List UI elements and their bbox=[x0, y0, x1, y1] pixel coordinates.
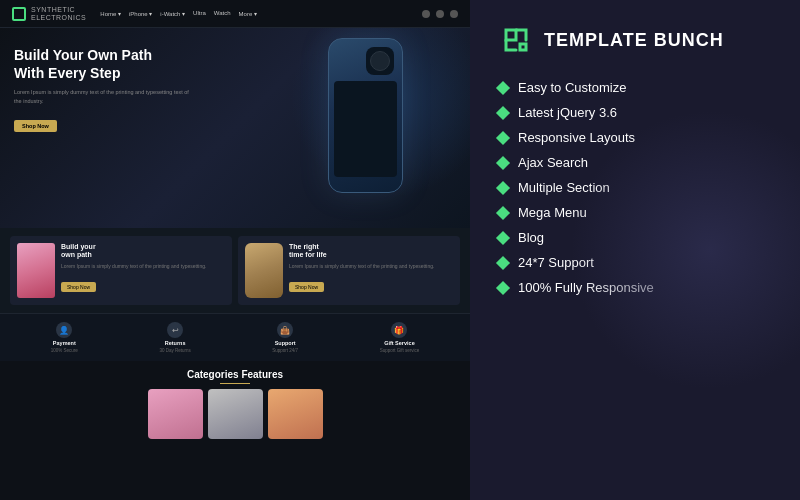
preview-navbar: SYNTHETIC ELECTRONICS Home ▾ iPhone ▾ i-… bbox=[0, 0, 470, 28]
product-phone-desc: Lorem Ipsum is simply dummy text of the … bbox=[61, 263, 225, 271]
product-card-phone: Build yourown path Lorem Ipsum is simply… bbox=[10, 236, 232, 305]
feature-returns-label: Returns bbox=[165, 340, 186, 346]
feature-list-item: Responsive Layouts bbox=[498, 130, 772, 145]
hero-text: Build Your Own PathWith Every Step Lorem… bbox=[14, 46, 194, 132]
phone-camera bbox=[366, 47, 394, 75]
diamond-icon-5 bbox=[496, 180, 510, 194]
product-watch-image bbox=[245, 243, 283, 298]
cart-icon bbox=[450, 10, 458, 18]
category-thumb-2 bbox=[208, 389, 263, 439]
feature-list-item: 100% Fully Responsive bbox=[498, 280, 772, 295]
diamond-icon-4 bbox=[496, 155, 510, 169]
categories-divider bbox=[220, 383, 250, 384]
product-watch-info: The righttime for life Lorem Ipsum is si… bbox=[289, 243, 453, 293]
nav-home: Home ▾ bbox=[100, 10, 121, 17]
support-icon: 👜 bbox=[277, 322, 293, 338]
nav-more: More ▾ bbox=[239, 10, 257, 17]
search-icon bbox=[422, 10, 430, 18]
preview-logo-text: SYNTHETIC ELECTRONICS bbox=[31, 6, 86, 21]
phone-shape bbox=[328, 38, 403, 193]
nav-icons-group bbox=[422, 10, 458, 18]
hero-section: Build Your Own PathWith Every Step Lorem… bbox=[0, 28, 470, 228]
feature-payment-sublabel: 100% Secure bbox=[51, 348, 78, 353]
diamond-icon-8 bbox=[496, 255, 510, 269]
feature-list-label-3: Responsive Layouts bbox=[518, 130, 635, 145]
feature-payment: 👤 Payment 100% Secure bbox=[51, 322, 78, 353]
brand-name-text: TEMPLATE BUNCH bbox=[544, 30, 724, 51]
product-cards-row: Build yourown path Lorem Ipsum is simply… bbox=[0, 228, 470, 313]
payment-icon: 👤 bbox=[56, 322, 72, 338]
brand-logo-icon bbox=[498, 22, 534, 58]
diamond-icon-3 bbox=[496, 130, 510, 144]
product-phone-btn[interactable]: Shop Now bbox=[61, 282, 96, 292]
product-watch-title: The righttime for life bbox=[289, 243, 453, 260]
product-phone-image bbox=[17, 243, 55, 298]
website-preview: SYNTHETIC ELECTRONICS Home ▾ iPhone ▾ i-… bbox=[0, 0, 470, 500]
hero-description: Lorem Ipsum is simply dummy text of the … bbox=[14, 88, 194, 106]
feature-gift: 🎁 Gift Service Support Gift service bbox=[380, 322, 420, 353]
feature-support-label: Support bbox=[275, 340, 296, 346]
categories-section: Categories Features bbox=[0, 361, 470, 445]
diamond-icon-6 bbox=[496, 205, 510, 219]
feature-list-item: Mega Menu bbox=[498, 205, 772, 220]
diamond-icon-7 bbox=[496, 230, 510, 244]
feature-list-label-4: Ajax Search bbox=[518, 155, 588, 170]
nav-ultra: Ultra bbox=[193, 10, 206, 17]
product-watch-desc: Lorem Ipsum is simply dummy text of the … bbox=[289, 263, 453, 271]
feature-list-label-5: Multiple Section bbox=[518, 180, 610, 195]
nav-iwatch: i-Watch ▾ bbox=[160, 10, 185, 17]
product-phone-info: Build yourown path Lorem Ipsum is simply… bbox=[61, 243, 225, 293]
hero-shop-now-button[interactable]: Shop Now bbox=[14, 120, 57, 132]
returns-icon: ↩ bbox=[167, 322, 183, 338]
feature-list-label-9: 100% Fully Responsive bbox=[518, 280, 654, 295]
hero-title: Build Your Own PathWith Every Step bbox=[14, 46, 194, 82]
feature-list-item: Latest jQuery 3.6 bbox=[498, 105, 772, 120]
feature-list-label-8: 24*7 Support bbox=[518, 255, 594, 270]
gift-icon: 🎁 bbox=[391, 322, 407, 338]
features-bar: 👤 Payment 100% Secure ↩ Returns 30 Day R… bbox=[0, 313, 470, 361]
feature-gift-sublabel: Support Gift service bbox=[380, 348, 420, 353]
diamond-icon-2 bbox=[496, 105, 510, 119]
nav-iphone: iPhone ▾ bbox=[129, 10, 152, 17]
phone-screen bbox=[334, 81, 397, 177]
categories-title: Categories Features bbox=[10, 369, 460, 380]
feature-list-item: Easy to Customize bbox=[498, 80, 772, 95]
nav-watch: Watch bbox=[214, 10, 231, 17]
product-phone-title: Build yourown path bbox=[61, 243, 225, 260]
feature-list-label-7: Blog bbox=[518, 230, 544, 245]
user-icon bbox=[436, 10, 444, 18]
feature-list-item: Blog bbox=[498, 230, 772, 245]
product-card-watch: The righttime for life Lorem Ipsum is si… bbox=[238, 236, 460, 305]
feature-list-label-2: Latest jQuery 3.6 bbox=[518, 105, 617, 120]
feature-gift-label: Gift Service bbox=[384, 340, 415, 346]
feature-list-item: Multiple Section bbox=[498, 180, 772, 195]
feature-support: 👜 Support Support 24/7 bbox=[272, 322, 298, 353]
feature-payment-label: Payment bbox=[53, 340, 76, 346]
diamond-icon-1 bbox=[496, 80, 510, 94]
feature-returns: ↩ Returns 30 Day Returns bbox=[159, 322, 190, 353]
feature-list-label-6: Mega Menu bbox=[518, 205, 587, 220]
categories-grid bbox=[10, 389, 460, 439]
brand-header: TEMPLATE BUNCH bbox=[498, 22, 772, 58]
category-thumb-1 bbox=[148, 389, 203, 439]
category-thumb-3 bbox=[268, 389, 323, 439]
feature-returns-sublabel: 30 Day Returns bbox=[159, 348, 190, 353]
features-list: Easy to Customize Latest jQuery 3.6 Resp… bbox=[498, 80, 772, 295]
feature-list-item: Ajax Search bbox=[498, 155, 772, 170]
feature-list-item: 24*7 Support bbox=[498, 255, 772, 270]
feature-support-sublabel: Support 24/7 bbox=[272, 348, 298, 353]
diamond-icon-9 bbox=[496, 280, 510, 294]
feature-list-label-1: Easy to Customize bbox=[518, 80, 626, 95]
product-watch-btn[interactable]: Shop Now bbox=[289, 282, 324, 292]
right-panel: TEMPLATE BUNCH Easy to Customize Latest … bbox=[470, 0, 800, 500]
preview-logo-icon bbox=[12, 7, 26, 21]
hero-phone-image bbox=[320, 38, 410, 218]
preview-logo: SYNTHETIC ELECTRONICS bbox=[12, 6, 86, 21]
preview-nav-links: Home ▾ iPhone ▾ i-Watch ▾ Ultra Watch Mo… bbox=[100, 10, 257, 17]
